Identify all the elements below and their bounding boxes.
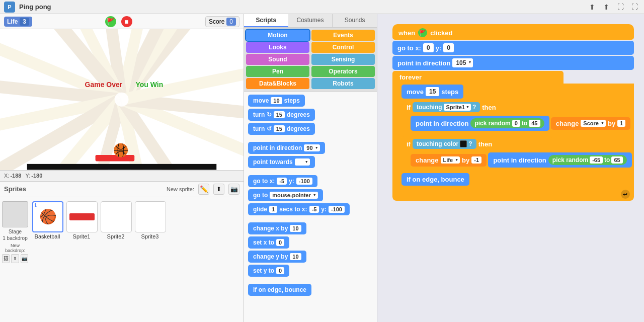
- tab-scripts[interactable]: Scripts: [244, 14, 288, 27]
- sprite-sprite3-label: Sprite3: [135, 233, 165, 239]
- svg-text:You Win: You Win: [136, 80, 164, 89]
- app-icon: P: [4, 2, 15, 13]
- change-life-block[interactable]: change Life▼ by -1: [411, 154, 487, 167]
- stage-controls: Life 3 🚩 ⏹ Score 0: [0, 14, 244, 29]
- block-set-y[interactable]: set y to 0: [248, 265, 289, 277]
- backdrop-paint-btn[interactable]: 🖼: [2, 254, 10, 263]
- y-coord: -180: [31, 173, 42, 179]
- cat-sensing[interactable]: Sensing: [311, 54, 375, 65]
- tab-sounds[interactable]: Sounds: [333, 14, 377, 27]
- main-layout: Life 3 🚩 ⏹ Score 0: [0, 14, 644, 322]
- sprite-item-sprite1[interactable]: Sprite1: [64, 199, 99, 265]
- layout-icon-3[interactable]: ⛶: [615, 2, 626, 13]
- forever-arrow: ↩: [621, 190, 630, 199]
- layout-icon-2[interactable]: ⬆: [601, 2, 612, 13]
- new-sprite-camera[interactable]: 📷: [228, 184, 239, 195]
- new-sprite-paint[interactable]: ✏️: [198, 184, 209, 195]
- stop-button[interactable]: ⏹: [121, 16, 132, 27]
- block-glide[interactable]: glide 1 secs to x: -5 y: -100: [248, 203, 350, 215]
- app-title: Ping pong: [19, 3, 51, 11]
- new-backdrop-section: New backdrop: 🖼 ⬆ 📷: [2, 243, 28, 263]
- sprite-sprite2-label: Sprite2: [101, 233, 131, 239]
- sprite-item-sprite2[interactable]: Sprite2: [99, 199, 133, 265]
- cat-sound[interactable]: Sound: [246, 54, 309, 65]
- sprites-panel: Sprites New sprite: ✏️ ⬆ 📷 Stage 1 backd…: [0, 181, 244, 323]
- blocks-list: move 10 steps turn ↻ 15 degrees turn ↺ 1…: [244, 92, 377, 322]
- move-steps-block[interactable]: move 15 steps: [401, 85, 463, 99]
- sprite-basketball-label: Basketball: [32, 233, 62, 239]
- tab-bar: Scripts Costumes Sounds: [244, 14, 377, 28]
- sprite-item-sprite3[interactable]: Sprite3: [133, 199, 167, 265]
- cat-data[interactable]: Data&Blocks: [246, 78, 309, 89]
- script-stack: when 🚩 when 🚩 clicked clicked go to x: 0…: [392, 24, 634, 201]
- categories: Motion Events Looks Control Sound: [244, 28, 377, 92]
- life-badge: Life 3: [4, 17, 32, 27]
- score-count: 0: [226, 18, 236, 26]
- goto-xy-block[interactable]: go to x: 0 y: 0: [392, 41, 634, 55]
- cat-control[interactable]: Control: [311, 42, 375, 53]
- life-count: 3: [20, 18, 29, 26]
- coordinates-bar: X: -188 Y: -180: [0, 170, 244, 181]
- svg-rect-21: [96, 155, 135, 161]
- svg-point-19: [115, 93, 129, 107]
- block-point-direction[interactable]: point in direction 90▼: [248, 142, 325, 154]
- block-turn-ccw[interactable]: turn ↺ 15 degrees: [248, 123, 315, 135]
- backdrop-upload-btn[interactable]: ⬆: [11, 254, 19, 263]
- new-sprite-upload[interactable]: ⬆: [213, 184, 224, 195]
- layout-icon-4[interactable]: ⛶: [629, 2, 640, 13]
- sprites-label: Sprites: [4, 185, 26, 193]
- script-canvas: when 🚩 when 🚩 clicked clicked go to x: 0…: [377, 14, 644, 322]
- x-coord: -188: [10, 173, 21, 179]
- block-edge-bounce[interactable]: if on edge, bounce: [248, 284, 311, 296]
- cat-looks[interactable]: Looks: [246, 42, 309, 53]
- point-dir-random2[interactable]: point in direction pick random -65 to 65: [488, 152, 631, 168]
- svg-rect-20: [27, 164, 217, 170]
- sprite-item-basketball[interactable]: ℹ 🏀 Basketball: [30, 199, 64, 265]
- stage-thumbnail[interactable]: Stage 1 backdrop New backdrop: 🖼 ⬆ 📷: [0, 199, 30, 265]
- block-goto-pointer[interactable]: go to mouse-pointer▼: [248, 189, 323, 201]
- point-dir-random1[interactable]: point in direction pick random 0 to 45: [411, 116, 549, 131]
- svg-text:Game Over: Game Over: [85, 80, 123, 89]
- if-sprite1-block[interactable]: if touching Sprite1▼ ? then: [401, 100, 633, 135]
- script-area[interactable]: when 🚩 when 🚩 clicked clicked go to x: 0…: [377, 14, 644, 322]
- change-score-block[interactable]: change Score▼ by 1: [551, 117, 630, 130]
- block-point-towards[interactable]: point towards ▼: [248, 156, 315, 168]
- topbar: P Ping pong ⬆ ⬆ ⛶ ⛶: [0, 0, 644, 14]
- cat-motion[interactable]: Motion: [246, 30, 309, 41]
- stage-canvas[interactable]: Game Over You Win: [0, 29, 244, 170]
- score-badge: Score 0: [205, 16, 239, 27]
- block-turn-cw[interactable]: turn ↻ 15 degrees: [248, 109, 315, 121]
- cat-operators[interactable]: Operators: [311, 66, 375, 77]
- sprites-header: Sprites New sprite: ✏️ ⬆ 📷: [0, 182, 244, 197]
- edge-bounce-block[interactable]: if on edge, bounce: [401, 173, 469, 186]
- if-color-block[interactable]: if touching color ? then: [401, 136, 633, 172]
- block-change-y[interactable]: change y by 10: [248, 251, 306, 263]
- hat-block[interactable]: when 🚩 when 🚩 clicked clicked: [392, 24, 634, 40]
- cat-events[interactable]: Events: [311, 30, 375, 41]
- forever-block[interactable]: forever move 15 steps if: [392, 71, 634, 201]
- backdrop-camera-btn[interactable]: 📷: [21, 254, 28, 263]
- cat-robots[interactable]: Robots: [311, 78, 375, 89]
- stage-area: Life 3 🚩 ⏹ Score 0: [0, 14, 244, 322]
- layout-icon-1[interactable]: ⬆: [587, 2, 598, 13]
- block-move[interactable]: move 10 steps: [248, 95, 305, 107]
- flag-button[interactable]: 🚩: [105, 16, 116, 27]
- sprite-sprite1-label: Sprite1: [66, 233, 97, 239]
- point-dir-block[interactable]: point in direction 105▼: [392, 56, 634, 70]
- middle-panel: Scripts Costumes Sounds Motion Events: [244, 14, 377, 322]
- stage-label: Stage 1 backdrop: [2, 228, 28, 242]
- tab-costumes[interactable]: Costumes: [288, 14, 333, 27]
- stage-background: Game Over You Win: [0, 29, 244, 170]
- cat-pen[interactable]: Pen: [246, 66, 309, 77]
- block-goto-xy[interactable]: go to x: -5 y: -100: [248, 175, 317, 187]
- block-change-x[interactable]: change x by 10: [248, 222, 306, 234]
- block-set-x[interactable]: set x to 0: [248, 236, 289, 249]
